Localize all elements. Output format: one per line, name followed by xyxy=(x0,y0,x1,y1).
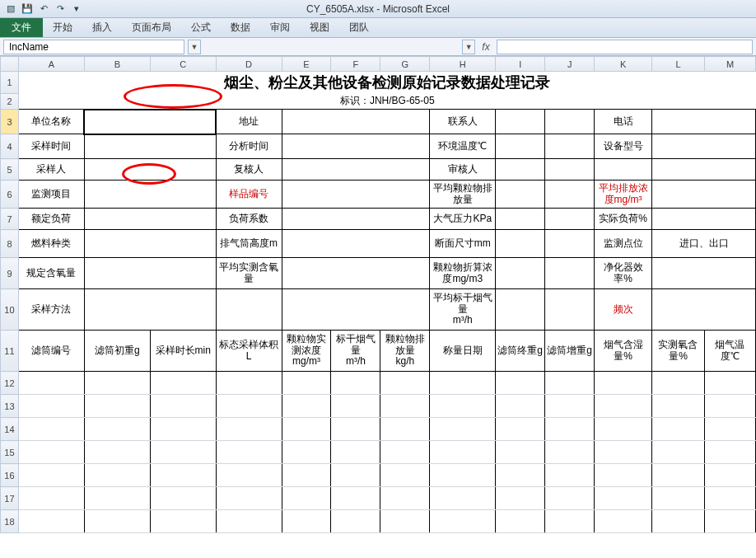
cell-r4-7[interactable]: 设备型号 xyxy=(595,134,652,159)
qat-more-icon[interactable]: ▾ xyxy=(69,2,84,16)
cell-r5-7[interactable] xyxy=(595,159,652,181)
cell-r9-3[interactable] xyxy=(282,258,430,289)
formula-bar[interactable] xyxy=(497,40,753,54)
table-cell-r12-c12[interactable] xyxy=(704,372,755,395)
table-cell-r13-c12[interactable] xyxy=(704,395,755,418)
tab-formula[interactable]: 公式 xyxy=(181,18,221,37)
cell-r6-0[interactable]: 监测项目 xyxy=(18,181,84,209)
cell-r7-0[interactable]: 额定负荷 xyxy=(18,209,84,230)
cell-r3-0[interactable]: 单位名称 xyxy=(18,110,84,134)
table-cell-r17-c5[interactable] xyxy=(331,487,380,510)
table-cell-r13-c9[interactable] xyxy=(545,395,595,418)
table-cell-r17-c11[interactable] xyxy=(652,487,705,510)
table-cell-r16-c1[interactable] xyxy=(84,464,150,487)
table-cell-r13-c3[interactable] xyxy=(216,395,282,418)
table-header-6[interactable]: 颗粒物排放量kg/h xyxy=(380,331,430,372)
table-cell-r17-c3[interactable] xyxy=(216,487,282,510)
table-cell-r15-c9[interactable] xyxy=(545,441,595,464)
col-header-L[interactable]: L xyxy=(652,57,705,72)
table-cell-r16-c9[interactable] xyxy=(545,464,595,487)
cell-r3-6[interactable] xyxy=(545,110,595,134)
select-all-corner[interactable] xyxy=(1,57,19,72)
cell-r6-3[interactable] xyxy=(282,181,430,209)
table-cell-r15-c12[interactable] xyxy=(704,441,755,464)
col-header-E[interactable]: E xyxy=(282,57,331,72)
table-cell-r16-c10[interactable] xyxy=(595,464,652,487)
cell-r7-4[interactable]: 大气压力KPa xyxy=(430,209,496,230)
cell-r9-1[interactable] xyxy=(84,258,216,289)
cell-r4-4[interactable]: 环境温度℃ xyxy=(430,134,496,159)
row-header-17[interactable]: 17 xyxy=(1,487,19,510)
cell-r7-5[interactable] xyxy=(496,209,545,230)
table-cell-r12-c3[interactable] xyxy=(216,372,282,395)
table-cell-r15-c2[interactable] xyxy=(150,441,216,464)
table-cell-r12-c5[interactable] xyxy=(331,372,380,395)
cell-r5-3[interactable] xyxy=(282,159,430,181)
cell-r10-6[interactable] xyxy=(545,289,595,331)
cell-r3-1[interactable] xyxy=(84,110,216,134)
table-cell-r15-c10[interactable] xyxy=(595,441,652,464)
table-cell-r14-c7[interactable] xyxy=(430,418,496,441)
undo-icon[interactable]: ↶ xyxy=(36,2,51,16)
table-cell-r15-c11[interactable] xyxy=(652,441,705,464)
table-cell-r17-c10[interactable] xyxy=(595,487,652,510)
table-cell-r13-c0[interactable] xyxy=(18,395,84,418)
cell-r8-2[interactable]: 排气筒高度m xyxy=(216,230,282,258)
cell-r3-7[interactable]: 电话 xyxy=(595,110,652,134)
cell-r9-0[interactable]: 规定含氧量 xyxy=(18,258,84,289)
table-cell-r14-c11[interactable] xyxy=(652,418,705,441)
cell-r4-5[interactable] xyxy=(496,134,545,159)
table-cell-r18-c3[interactable] xyxy=(216,510,282,533)
table-cell-r13-c8[interactable] xyxy=(496,395,545,418)
table-cell-r15-c0[interactable] xyxy=(18,441,84,464)
file-tab[interactable]: 文件 xyxy=(0,18,43,37)
cell-r8-3[interactable] xyxy=(282,230,430,258)
table-cell-r13-c5[interactable] xyxy=(331,395,380,418)
row-header-8[interactable]: 8 xyxy=(1,230,19,258)
table-cell-r12-c1[interactable] xyxy=(84,372,150,395)
cell-r3-3[interactable] xyxy=(282,110,430,134)
cell-r9-4[interactable]: 颗粒物折算浓度mg/m3 xyxy=(430,258,496,289)
table-cell-r16-c11[interactable] xyxy=(652,464,705,487)
table-cell-r15-c3[interactable] xyxy=(216,441,282,464)
table-cell-r18-c0[interactable] xyxy=(18,510,84,533)
cell-r5-2[interactable]: 复核人 xyxy=(216,159,282,181)
table-header-9[interactable]: 滤筒增重g xyxy=(545,331,595,372)
table-cell-r12-c7[interactable] xyxy=(430,372,496,395)
table-cell-r14-c2[interactable] xyxy=(150,418,216,441)
cell-r6-4[interactable]: 平均颗粒物排放量 xyxy=(430,181,496,209)
col-header-M[interactable]: M xyxy=(704,57,755,72)
row-header-16[interactable]: 16 xyxy=(1,464,19,487)
cell-r9-7[interactable]: 净化器效率% xyxy=(595,258,652,289)
row-header-9[interactable]: 9 xyxy=(1,258,19,289)
cell-r4-0[interactable]: 采样时间 xyxy=(18,134,84,159)
cell-r10-1[interactable] xyxy=(84,289,216,331)
table-cell-r12-c4[interactable] xyxy=(282,372,331,395)
table-cell-r17-c9[interactable] xyxy=(545,487,595,510)
table-cell-r18-c4[interactable] xyxy=(282,510,331,533)
table-cell-r18-c12[interactable] xyxy=(704,510,755,533)
col-header-H[interactable]: H xyxy=(430,57,496,72)
cell-r8-8[interactable]: 进口、出口 xyxy=(652,230,756,258)
table-cell-r16-c8[interactable] xyxy=(496,464,545,487)
table-cell-r17-c2[interactable] xyxy=(150,487,216,510)
table-cell-r13-c4[interactable] xyxy=(282,395,331,418)
table-cell-r14-c6[interactable] xyxy=(380,418,430,441)
table-cell-r15-c6[interactable] xyxy=(380,441,430,464)
cell-r5-8[interactable] xyxy=(652,159,756,181)
table-header-3[interactable]: 标态采样体积L xyxy=(216,331,282,372)
cell-r6-2[interactable]: 样品编号 xyxy=(216,181,282,209)
cell-r8-7[interactable]: 监测点位 xyxy=(595,230,652,258)
tab-insert[interactable]: 插入 xyxy=(82,18,122,37)
table-header-8[interactable]: 滤筒终重g xyxy=(496,331,545,372)
cell-r6-7[interactable]: 平均排放浓度mg/m³ xyxy=(595,181,652,209)
table-cell-r17-c7[interactable] xyxy=(430,487,496,510)
cell-r9-6[interactable] xyxy=(545,258,595,289)
row-header-4[interactable]: 4 xyxy=(1,134,19,159)
cell-r5-4[interactable]: 审核人 xyxy=(430,159,496,181)
table-cell-r16-c4[interactable] xyxy=(282,464,331,487)
table-cell-r18-c1[interactable] xyxy=(84,510,150,533)
table-cell-r17-c1[interactable] xyxy=(84,487,150,510)
fx-dropdown-icon[interactable]: ▼ xyxy=(462,40,475,54)
cell-r6-5[interactable] xyxy=(496,181,545,209)
